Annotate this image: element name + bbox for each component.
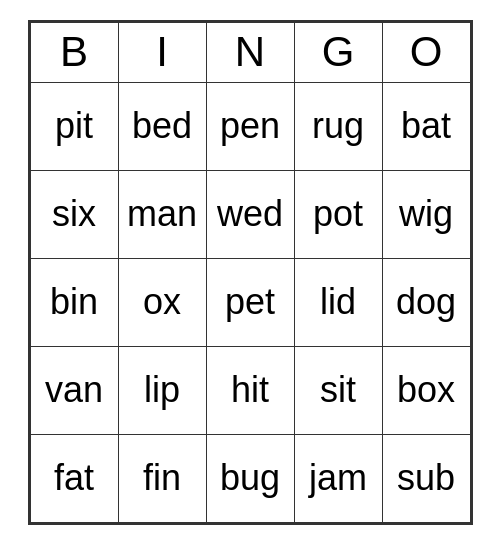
cell-1-4: wig xyxy=(382,170,470,258)
cell-0-4: bat xyxy=(382,82,470,170)
cell-3-1: lip xyxy=(118,346,206,434)
cell-0-3: rug xyxy=(294,82,382,170)
bingo-table: B I N G O pitbedpenrugbatsixmanwedpotwig… xyxy=(30,22,471,523)
bingo-body: pitbedpenrugbatsixmanwedpotwigbinoxpetli… xyxy=(30,82,470,522)
cell-3-3: sit xyxy=(294,346,382,434)
cell-0-2: pen xyxy=(206,82,294,170)
header-row: B I N G O xyxy=(30,22,470,82)
cell-1-2: wed xyxy=(206,170,294,258)
table-row: sixmanwedpotwig xyxy=(30,170,470,258)
cell-1-3: pot xyxy=(294,170,382,258)
cell-2-1: ox xyxy=(118,258,206,346)
cell-4-4: sub xyxy=(382,434,470,522)
cell-0-1: bed xyxy=(118,82,206,170)
cell-2-4: dog xyxy=(382,258,470,346)
table-row: vanliphitsitbox xyxy=(30,346,470,434)
table-row: binoxpetliddog xyxy=(30,258,470,346)
header-g: G xyxy=(294,22,382,82)
cell-4-2: bug xyxy=(206,434,294,522)
cell-2-2: pet xyxy=(206,258,294,346)
cell-4-3: jam xyxy=(294,434,382,522)
cell-2-3: lid xyxy=(294,258,382,346)
cell-3-2: hit xyxy=(206,346,294,434)
cell-3-4: box xyxy=(382,346,470,434)
header-o: O xyxy=(382,22,470,82)
cell-1-1: man xyxy=(118,170,206,258)
table-row: fatfinbugjamsub xyxy=(30,434,470,522)
table-row: pitbedpenrugbat xyxy=(30,82,470,170)
cell-2-0: bin xyxy=(30,258,118,346)
header-i: I xyxy=(118,22,206,82)
header-b: B xyxy=(30,22,118,82)
bingo-card: B I N G O pitbedpenrugbatsixmanwedpotwig… xyxy=(28,20,473,525)
cell-3-0: van xyxy=(30,346,118,434)
cell-0-0: pit xyxy=(30,82,118,170)
header-n: N xyxy=(206,22,294,82)
cell-4-0: fat xyxy=(30,434,118,522)
cell-4-1: fin xyxy=(118,434,206,522)
cell-1-0: six xyxy=(30,170,118,258)
